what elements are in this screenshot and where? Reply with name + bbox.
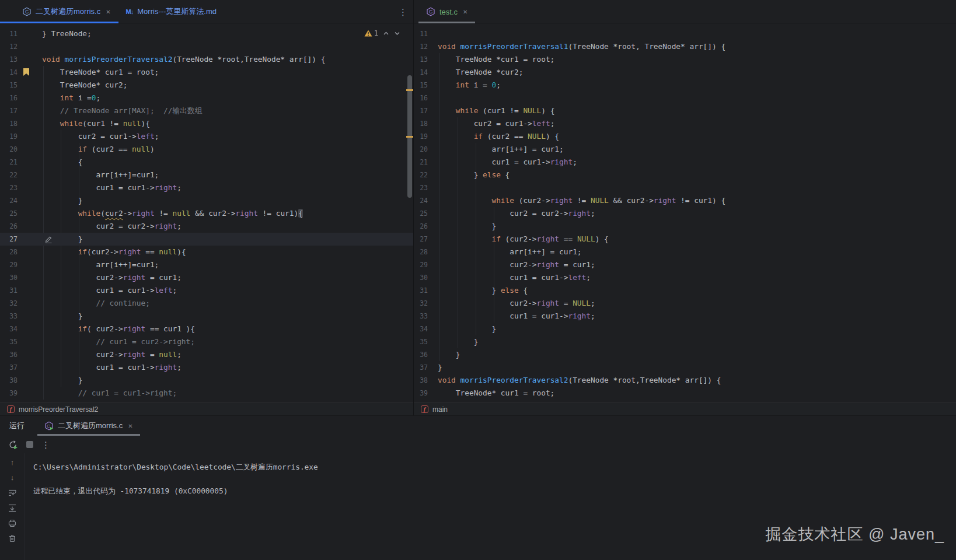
line-number[interactable]: 22 — [414, 169, 428, 181]
breadcrumb[interactable]: main — [432, 405, 448, 414]
code-line[interactable]: 12void morrisPreorderTraversal1(TreeNode… — [414, 40, 956, 53]
line-number[interactable]: 23 — [414, 181, 428, 194]
line-number[interactable]: 16 — [0, 92, 18, 104]
code-line[interactable]: 31 cur1 = cur1->left; — [0, 284, 413, 297]
close-icon[interactable]: ✕ — [463, 9, 467, 15]
line-number[interactable]: 14 — [414, 66, 428, 79]
line-number[interactable]: 34 — [414, 323, 428, 335]
code-line[interactable]: 32 cur2->right = NULL; — [414, 297, 956, 310]
code-line[interactable]: 18 cur2 = cur1->left; — [414, 117, 956, 130]
line-number[interactable]: 11 — [414, 27, 428, 40]
down-stack-trace-icon[interactable]: ↓ — [11, 473, 15, 482]
code-line[interactable]: 37 cur1 = cur1->right; — [0, 361, 413, 374]
left-code-editor[interactable]: 1 11} TreeNode;1213void morrisPreorderTr… — [0, 24, 413, 402]
code-line[interactable]: 24 while (cur2->right != NULL && cur2->r… — [414, 194, 956, 207]
code-line[interactable]: 19 cur2 = cur1->left; — [0, 130, 413, 143]
line-number[interactable]: 24 — [0, 194, 18, 207]
code-line[interactable]: 26 cur2 = cur2->right; — [0, 220, 413, 233]
line-number[interactable]: 30 — [414, 271, 428, 284]
code-line[interactable]: 38void morrisPreorderTraversal2(TreeNode… — [414, 374, 956, 387]
code-line[interactable]: 18 while(cur1 != null){ — [0, 117, 413, 130]
line-number[interactable]: 30 — [0, 271, 18, 284]
bookmark-icon[interactable] — [23, 68, 29, 76]
code-line[interactable]: 30 cur1 = cur1->left; — [414, 271, 956, 284]
line-number[interactable]: 35 — [414, 335, 428, 348]
breadcrumb[interactable]: morrisPreorderTraversal2 — [19, 405, 98, 414]
intention-pen-icon[interactable] — [44, 235, 53, 243]
right-code-editor[interactable]: 1112void morrisPreorderTraversal1(TreeNo… — [414, 24, 956, 402]
line-number[interactable]: 28 — [414, 246, 428, 258]
code-line[interactable]: 36 cur2->right = null; — [0, 348, 413, 361]
code-line[interactable]: 15 int i = 0; — [414, 79, 956, 92]
code-line[interactable]: 14 TreeNode *cur2; — [414, 66, 956, 79]
line-number[interactable]: 31 — [414, 284, 428, 297]
tab-morris-md[interactable]: M↓ Morris---莫里斯算法.md — [118, 0, 224, 23]
line-number[interactable]: 23 — [0, 181, 18, 194]
code-line[interactable]: 31 } else { — [414, 284, 956, 297]
line-number[interactable]: 28 — [0, 246, 18, 258]
code-line[interactable]: 37} — [414, 361, 956, 374]
line-number[interactable]: 32 — [0, 297, 18, 310]
code-line[interactable]: 17 // TreeNode arr[MAX]; //输出数组 — [0, 104, 413, 117]
rerun-icon[interactable] — [8, 440, 18, 450]
close-icon[interactable]: ✕ — [128, 423, 132, 429]
code-line[interactable]: 25 cur2 = cur2->right; — [414, 207, 956, 220]
code-line[interactable]: 28 if(cur2->right == null){ — [0, 246, 413, 258]
code-line[interactable]: 16 — [414, 92, 956, 104]
code-line[interactable]: 26 } — [414, 220, 956, 233]
code-line[interactable]: 39 // cur1 = cur1->right; — [0, 387, 413, 400]
code-line[interactable]: 22 arr[i++]=cur1; — [0, 169, 413, 181]
code-line[interactable]: 21 { — [0, 156, 413, 169]
code-line[interactable]: 32 // continue; — [0, 297, 413, 310]
code-line[interactable]: 14 TreeNode* cur1 = root; — [0, 66, 413, 79]
line-number[interactable]: 26 — [0, 220, 18, 233]
code-line[interactable]: 30 cur2->right = cur1; — [0, 271, 413, 284]
code-line[interactable]: 33 cur1 = cur1->right; — [414, 310, 956, 323]
code-line[interactable]: 38 } — [0, 374, 413, 387]
line-number[interactable]: 33 — [414, 310, 428, 323]
line-number[interactable]: 21 — [0, 156, 18, 169]
code-line[interactable]: 28 arr[i++] = cur1; — [414, 246, 956, 258]
code-line[interactable]: 24 } — [0, 194, 413, 207]
line-number[interactable]: 38 — [0, 374, 18, 387]
line-number[interactable]: 21 — [414, 156, 428, 169]
code-line[interactable]: 34 if( cur2->right == cur1 ){ — [0, 323, 413, 335]
line-number[interactable]: 31 — [0, 284, 18, 297]
line-number[interactable]: 34 — [0, 323, 18, 335]
print-icon[interactable] — [8, 519, 17, 528]
line-number[interactable]: 11 — [0, 27, 18, 40]
up-stack-trace-icon[interactable]: ↑ — [11, 458, 15, 467]
code-line[interactable]: 13void morrisPreorderTraversal2(TreeNode… — [0, 53, 413, 66]
code-line[interactable]: 39 TreeNode* cur1 = root; — [414, 387, 956, 400]
tab-test-c[interactable]: C test.c ✕ — [418, 0, 475, 23]
code-line[interactable]: 35 // cur1 = cur2->right; — [0, 335, 413, 348]
code-line[interactable]: 33 } — [0, 310, 413, 323]
line-number[interactable]: 40 — [0, 400, 18, 402]
line-number[interactable]: 37 — [414, 361, 428, 374]
code-line[interactable]: 17 while (cur1 != NULL) { — [414, 104, 956, 117]
line-number[interactable]: 35 — [0, 335, 18, 348]
line-number[interactable]: 24 — [414, 194, 428, 207]
line-number[interactable]: 37 — [0, 361, 18, 374]
line-number[interactable]: 19 — [0, 130, 18, 143]
line-number[interactable]: 39 — [414, 387, 428, 400]
line-number[interactable]: 18 — [0, 117, 18, 130]
code-line[interactable]: 21 cur1 = cur1->right; — [414, 156, 956, 169]
line-number[interactable]: 17 — [0, 104, 18, 117]
code-line[interactable]: 25 while(cur2->right != null && cur2->ri… — [0, 207, 413, 220]
run-config-tab[interactable]: C 二叉树遍历morris.c ✕ — [37, 416, 140, 436]
code-line[interactable]: 20 if (cur2 == null) — [0, 143, 413, 156]
code-line[interactable]: 11 — [414, 27, 956, 40]
stop-icon[interactable] — [26, 441, 33, 448]
line-number[interactable]: 22 — [0, 169, 18, 181]
line-number[interactable]: 27 — [414, 233, 428, 246]
code-line[interactable]: 27 if (cur2->right == NULL) { — [414, 233, 956, 246]
line-number[interactable]: 15 — [414, 79, 428, 92]
line-number[interactable]: 13 — [414, 53, 428, 66]
code-line[interactable]: 40 TreeNode *cur2; — [414, 400, 956, 402]
code-line[interactable]: 13 TreeNode *cur1 = root; — [414, 53, 956, 66]
line-number[interactable]: 39 — [0, 387, 18, 400]
code-line[interactable]: 22 } else { — [414, 169, 956, 181]
clear-all-icon[interactable] — [8, 534, 17, 543]
line-number[interactable]: 12 — [0, 40, 18, 53]
